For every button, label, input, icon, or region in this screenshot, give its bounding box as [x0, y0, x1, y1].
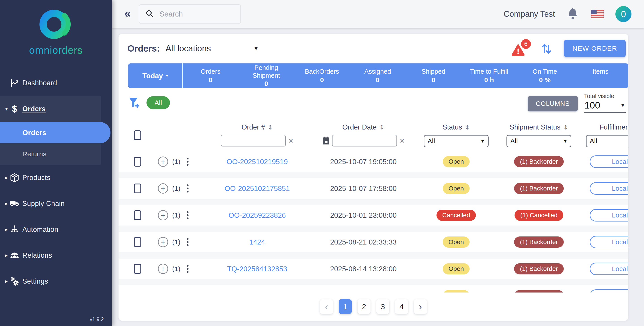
table-row: + (1) OO-202510219519 2025-10-07 19:05:0… — [118, 151, 628, 172]
clear-filter-icon[interactable]: × — [400, 137, 404, 145]
row-checkbox[interactable] — [134, 264, 141, 274]
chart-line-icon — [10, 78, 20, 88]
stat-backorders: BackOrders0 — [294, 63, 350, 88]
order-date: 2025-10-01 23:08:00 — [315, 211, 412, 219]
line-count: (1) — [172, 265, 180, 273]
sidebar-item-dashboard[interactable]: Dashboard — [0, 70, 112, 96]
location-dropdown[interactable]: All locations ▼ — [166, 44, 259, 53]
expand-row-icon[interactable]: + — [158, 157, 168, 167]
page-4-button[interactable]: 4 — [395, 299, 408, 314]
order-number-link[interactable]: OO-2025102175851 — [224, 184, 290, 193]
sidebar-item-supply-chain[interactable]: ▸ Supply Chain — [0, 191, 112, 217]
row-menu-icon[interactable] — [184, 210, 191, 220]
stat-shipped: Shipped0 — [406, 63, 461, 88]
fulfillment-local-button[interactable]: Local — [590, 236, 628, 248]
page-2-button[interactable]: 2 — [358, 299, 370, 314]
chevron-right-icon: ▸ — [4, 253, 9, 258]
total-visible-select[interactable]: Total visible 100 ▼ — [584, 93, 626, 113]
sort-shipment-status-icon[interactable]: ↕ — [563, 124, 568, 131]
page-1-button[interactable]: 1 — [339, 299, 352, 314]
status-badge: Open — [443, 263, 470, 274]
next-page-button[interactable] — [414, 299, 427, 314]
search-input[interactable] — [160, 10, 234, 18]
brand-logo[interactable]: omniorders — [0, 0, 112, 56]
shipment-status-filter-select[interactable]: All ▼ — [506, 135, 571, 147]
columns-button[interactable]: COLUMNS — [528, 96, 578, 111]
order-date: 2025-08-21 02:33:33 — [315, 238, 412, 246]
order-number-link[interactable]: OO-202510219519 — [226, 158, 288, 166]
calendar-icon[interactable] — [322, 136, 330, 145]
sort-transfer-icon[interactable] — [541, 42, 552, 55]
chevron-down-icon: ▼ — [253, 45, 259, 52]
period-dropdown[interactable]: Today ▾ — [128, 63, 183, 88]
chevron-right-icon: ▸ — [4, 175, 9, 181]
sidebar-item-orders[interactable]: ▾ $ Orders — [0, 96, 100, 122]
sidebar-subitem-returns[interactable]: Returns — [0, 143, 100, 165]
status-filter-select[interactable]: All ▼ — [424, 135, 488, 147]
sort-order-number-icon[interactable]: ↕ — [268, 124, 273, 131]
line-count: (1) — [172, 238, 180, 246]
clear-filter-icon[interactable]: × — [288, 137, 294, 145]
fulfillment-local-button[interactable]: Local — [590, 182, 628, 195]
orders-table: Order #↕ × Order Date↕ — [118, 123, 628, 306]
expand-row-icon[interactable]: + — [158, 237, 168, 247]
collapse-sidebar-icon[interactable]: « — [124, 7, 131, 19]
order-date: 2025-08-14 13:28:00 — [315, 265, 412, 273]
row-checkbox[interactable] — [134, 157, 141, 166]
stat-time-to-fulfill: Time to Fulfill0 h — [461, 63, 517, 88]
company-menu[interactable]: Company Test — [504, 9, 555, 19]
fulfillment-local-button[interactable]: Local — [590, 209, 628, 221]
order-number-link[interactable]: 1424 — [249, 238, 265, 246]
sidebar-item-relations[interactable]: ▸ Relations — [0, 242, 112, 268]
order-date-filter-input[interactable] — [332, 135, 397, 147]
stat-pending-shipment: Pending Shipment0 — [238, 63, 294, 88]
gears-icon — [10, 276, 20, 287]
order-number-link[interactable]: OO-20259223826 — [228, 211, 286, 219]
expand-row-icon[interactable]: + — [158, 183, 168, 194]
row-menu-icon[interactable] — [184, 237, 191, 247]
order-number-link[interactable]: TQ-202584132853 — [227, 265, 287, 273]
row-checkbox[interactable] — [134, 183, 141, 193]
column-header-order-date: Order Date — [342, 123, 376, 131]
flag-canton — [591, 10, 596, 14]
sidebar-item-products[interactable]: ▸ Products — [0, 165, 112, 191]
select-all-checkbox[interactable] — [134, 130, 141, 140]
chevron-down-icon: ▼ — [480, 139, 485, 144]
page-3-button[interactable]: 3 — [376, 299, 389, 314]
people-icon — [10, 250, 20, 261]
user-avatar[interactable]: 0 — [616, 6, 632, 22]
new-order-button[interactable]: NEW ORDER — [564, 40, 626, 57]
sidebar-subitem-orders[interactable]: Orders — [0, 122, 110, 143]
sidebar-item-settings[interactable]: ▸ Settings — [0, 268, 112, 294]
alerts-warning-button[interactable]: 6 — [512, 40, 531, 56]
filter-chip-all[interactable]: All — [146, 96, 170, 109]
sidebar-item-automation[interactable]: ▸ Automation — [0, 217, 112, 242]
table-row: + (1) OO-2025102175851 2025-10-07 17:58:… — [118, 178, 628, 199]
period-value: Today — [142, 72, 163, 80]
sidebar-subitem-label: Orders — [0, 129, 46, 137]
row-menu-icon[interactable] — [184, 157, 191, 166]
chevron-down-icon: ▾ — [4, 106, 9, 112]
fulfillment-local-button[interactable]: Local — [590, 263, 628, 275]
row-menu-icon[interactable] — [184, 183, 191, 193]
order-number-filter-input[interactable] — [221, 135, 286, 147]
table-body: + (1) OO-202510219519 2025-10-07 19:05:0… — [118, 151, 628, 306]
sort-order-date-icon[interactable]: ↕ — [379, 124, 384, 131]
fulfillment-local-button[interactable]: Local — [590, 156, 628, 168]
row-menu-icon[interactable] — [184, 264, 191, 274]
expand-row-icon[interactable]: + — [158, 264, 168, 274]
previous-page-button[interactable] — [320, 299, 333, 314]
expand-row-icon[interactable]: + — [158, 210, 168, 220]
notifications-bell-icon[interactable] — [567, 8, 578, 20]
row-checkbox[interactable] — [134, 237, 141, 247]
robot-icon — [10, 224, 20, 235]
column-header-order-number: Order # — [242, 123, 265, 131]
sort-status-icon[interactable]: ↕ — [465, 124, 470, 131]
language-flag-us[interactable] — [591, 10, 604, 18]
omniorders-logo-icon — [37, 7, 75, 42]
row-checkbox[interactable] — [134, 210, 141, 220]
column-header-shipment-status: Shipment Status — [510, 123, 560, 131]
fulfillment-filter-select[interactable]: All — [586, 135, 628, 147]
top-bar: « Company Test 0 — [112, 0, 644, 28]
add-filter-icon[interactable] — [128, 97, 141, 109]
